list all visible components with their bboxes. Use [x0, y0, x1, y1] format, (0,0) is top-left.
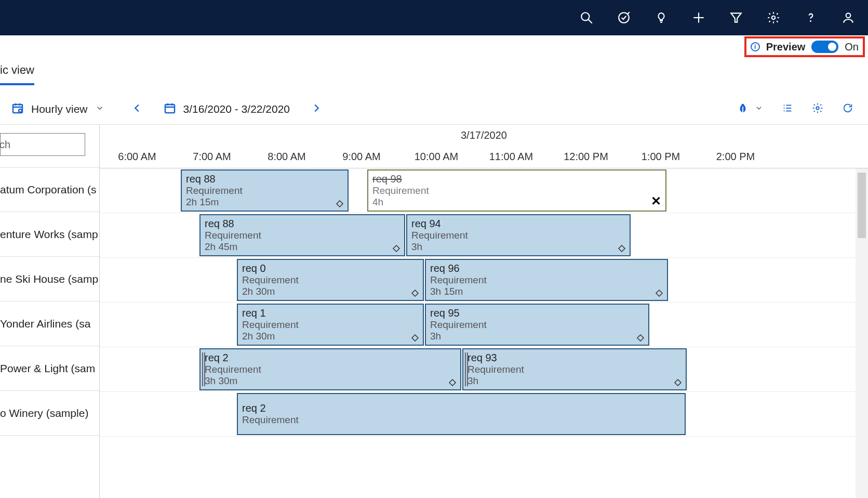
rows-area: req 88Requirement2h 15mreq 98Requirement… — [100, 168, 868, 437]
date-next-button[interactable] — [311, 102, 322, 116]
schedule-grid: 3/17/2020 6:00 AM7:00 AM8:00 AM9:00 AM10… — [100, 125, 868, 498]
booking-title: req 98 — [372, 173, 662, 185]
booking-duration: 2h 30m — [242, 331, 420, 342]
svg-line-3 — [627, 12, 630, 14]
booking-block[interactable]: req 96Requirement3h 15m — [425, 259, 668, 301]
booking-block[interactable]: req 88Requirement2h 15m — [181, 169, 349, 212]
svg-point-14 — [19, 109, 22, 112]
booking-type: Requirement — [205, 230, 401, 241]
svg-marker-32 — [412, 290, 418, 296]
svg-point-9 — [846, 13, 851, 18]
hour-cell: 8:00 AM — [249, 146, 324, 168]
hour-cell: 10:00 AM — [399, 146, 474, 168]
booking-block[interactable]: req 2Requirement — [237, 393, 686, 435]
booking-type: Requirement — [242, 319, 420, 331]
date-prev-button[interactable] — [131, 102, 143, 116]
svg-line-1 — [588, 19, 592, 23]
bulb-icon[interactable] — [654, 10, 669, 25]
hour-cell: 11:00 AM — [474, 146, 549, 168]
booking-status-icon — [636, 333, 645, 343]
calendar-icon[interactable] — [164, 102, 176, 116]
booking-duration: 4h — [372, 196, 662, 208]
preview-toggle-box: i Preview On — [744, 36, 865, 57]
booking-duration: 2h 30m — [242, 286, 420, 297]
hour-cell: 2:00 PM — [698, 146, 773, 168]
booking-status-icon — [410, 289, 420, 298]
vertical-scrollbar[interactable] — [856, 168, 868, 498]
svg-marker-30 — [393, 245, 399, 252]
booking-block[interactable]: req 1Requirement2h 30m — [237, 304, 424, 346]
info-icon[interactable]: i — [751, 42, 760, 51]
booking-duration: 2h 15m — [186, 196, 344, 208]
drag-handle-icon[interactable] — [465, 352, 468, 386]
booking-block[interactable]: req 98Requirement4h✕ — [367, 169, 666, 212]
search-input[interactable]: ch — [0, 133, 85, 156]
booking-block[interactable]: req 2Requirement3h 30m — [199, 348, 461, 390]
tab-label[interactable]: ic view — [0, 63, 34, 77]
booking-duration: 3h 15m — [430, 286, 664, 297]
app-topbar — [0, 0, 868, 35]
booking-status-icon — [392, 244, 401, 253]
refresh-icon[interactable] — [842, 102, 853, 116]
chevron-down-icon[interactable] — [755, 104, 763, 114]
grid-row: req 88Requirement2h 45mreq 94Requirement… — [100, 213, 868, 258]
booking-duration: 3h — [430, 331, 645, 342]
booking-type: Requirement — [372, 185, 662, 196]
grid-row: req 2Requirement — [100, 392, 868, 437]
svg-point-7 — [772, 16, 776, 20]
resource-row[interactable]: o Winery (sample) — [0, 391, 99, 436]
booking-title: req 96 — [430, 263, 664, 274]
user-icon[interactable] — [841, 10, 856, 25]
booking-title: req 88 — [205, 218, 401, 230]
booking-duration: 3h — [411, 241, 626, 253]
svg-marker-34 — [412, 335, 418, 341]
booking-type: Requirement — [430, 319, 645, 331]
hour-cell: 6:00 AM — [100, 146, 175, 168]
help-icon[interactable] — [804, 10, 818, 25]
resource-row[interactable]: enture Works (samp — [0, 212, 99, 257]
resource-row[interactable]: ne Ski House (samp — [0, 257, 99, 302]
booking-block[interactable]: req 94Requirement3h — [406, 214, 631, 256]
date-range-label[interactable]: 3/16/2020 - 3/22/2020 — [183, 103, 290, 115]
svg-point-28 — [816, 107, 819, 110]
drag-handle-icon[interactable] — [202, 352, 205, 386]
booking-status-icon — [335, 199, 344, 208]
booking-type: Requirement — [430, 274, 664, 286]
filter-icon[interactable] — [729, 10, 743, 25]
preview-toggle[interactable] — [811, 41, 838, 53]
close-icon[interactable]: ✕ — [651, 194, 661, 208]
booking-status-icon — [448, 378, 457, 387]
resource-sidebar: ch atum Corporation (senture Works (samp… — [0, 125, 100, 498]
booking-duration: 2h 45m — [205, 241, 401, 253]
calendar-view-icon[interactable] — [11, 102, 24, 116]
svg-marker-36 — [449, 379, 456, 386]
booking-block[interactable]: req 93Requirement3h — [462, 348, 687, 390]
list-icon[interactable] — [782, 102, 793, 116]
board-gear-icon[interactable] — [812, 102, 823, 116]
booking-title: req 0 — [242, 263, 420, 274]
booking-duration: 3h 30m — [205, 375, 457, 387]
plus-icon[interactable] — [691, 10, 706, 25]
booking-type: Requirement — [242, 414, 682, 426]
preview-row: i Preview On — [0, 35, 868, 58]
view-mode-label[interactable]: Hourly view — [31, 103, 88, 115]
booking-title: req 2 — [205, 352, 457, 364]
svg-marker-35 — [637, 335, 644, 341]
resource-row[interactable]: atum Corporation (s — [0, 167, 99, 212]
task-check-icon[interactable] — [617, 10, 631, 25]
resource-row[interactable]: Power & Light (sam — [0, 346, 99, 391]
booking-block[interactable]: req 95Requirement3h — [425, 304, 649, 346]
preview-label: Preview — [766, 41, 806, 53]
booking-type: Requirement — [186, 185, 344, 196]
booking-type: Requirement — [205, 364, 457, 375]
booking-block[interactable]: req 0Requirement2h 30m — [237, 259, 424, 301]
hour-cell: 9:00 AM — [324, 146, 399, 168]
search-icon[interactable] — [579, 10, 594, 25]
resource-row[interactable]: Yonder Airlines (sa — [0, 302, 99, 346]
booking-block[interactable]: req 88Requirement2h 45m — [199, 214, 405, 256]
view-mode-chevron[interactable] — [95, 103, 104, 115]
svg-marker-37 — [675, 379, 681, 386]
grid-row: req 0Requirement2h 30mreq 96Requirement3… — [100, 258, 868, 303]
gear-icon[interactable] — [766, 10, 781, 25]
bug-icon[interactable] — [737, 102, 749, 116]
